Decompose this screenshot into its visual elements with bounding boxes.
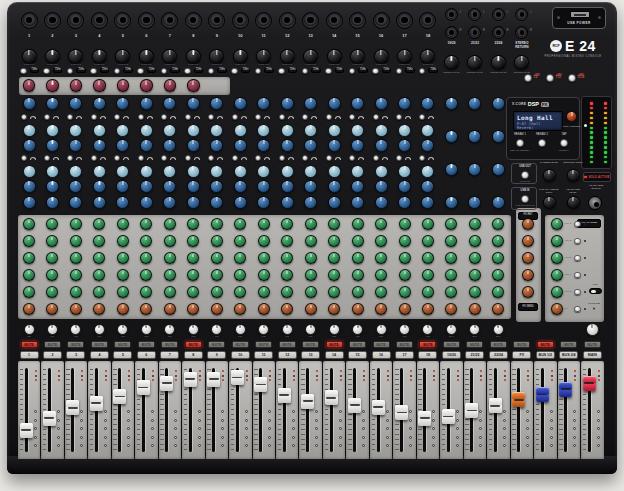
control-room-knob[interactable] (567, 169, 580, 182)
lowcut-button[interactable] (43, 68, 50, 75)
aux-send-knob[interactable] (352, 252, 364, 264)
eq-lomid-gain-knob[interactable] (163, 180, 176, 193)
eq-low-knob[interactable] (46, 196, 59, 209)
pan-knob[interactable] (329, 324, 340, 335)
eq-lomid-freq-knob[interactable] (257, 165, 270, 178)
eq-lomid-gain-knob[interactable] (351, 180, 364, 193)
aux-master-knob[interactable] (551, 235, 563, 247)
aux-send-knob[interactable] (328, 269, 340, 281)
eq-high-knob[interactable] (375, 97, 388, 110)
eq-himid-gain-knob[interactable] (328, 139, 341, 152)
gain-knob[interactable] (45, 49, 60, 64)
stereo-eq-knob[interactable] (445, 163, 458, 176)
aux-send-knob[interactable] (211, 235, 223, 247)
eq-himid-freq-knob[interactable] (23, 124, 36, 137)
eq-himid-freq-knob[interactable] (281, 124, 294, 137)
aux-master-knob[interactable] (551, 269, 563, 281)
fx-send-knob[interactable] (305, 303, 317, 315)
lowcut-button[interactable] (396, 68, 403, 75)
stereo-eq-knob[interactable] (445, 196, 458, 209)
phantom-48v-button[interactable] (568, 74, 576, 82)
pan-knob[interactable] (24, 324, 35, 335)
eq-himid-freq-knob[interactable] (187, 124, 200, 137)
eq-lomid-gain-knob[interactable] (116, 180, 129, 193)
eq-lomid-freq-knob[interactable] (93, 165, 106, 178)
gain-knob[interactable] (209, 49, 224, 64)
eq-high-knob[interactable] (116, 97, 129, 110)
fx-send-knob[interactable] (399, 303, 411, 315)
fader-handle[interactable] (66, 400, 79, 415)
pan-knob[interactable] (235, 324, 246, 335)
aux-master-knob[interactable] (551, 303, 563, 315)
fader-handle[interactable] (395, 405, 408, 420)
aux-send-knob[interactable] (164, 269, 176, 281)
eq-low-knob[interactable] (69, 196, 82, 209)
aux-send-knob[interactable] (70, 286, 82, 298)
eq-low-knob[interactable] (163, 196, 176, 209)
eq-himid-freq-knob[interactable] (210, 124, 223, 137)
eq-high-knob[interactable] (69, 97, 82, 110)
fader-handle[interactable] (20, 423, 33, 438)
aux-send-knob[interactable] (117, 235, 129, 247)
eq-bell-button[interactable] (279, 114, 285, 120)
mute-button[interactable]: MUTE (232, 341, 249, 348)
phantom-48v-button[interactable] (524, 74, 532, 82)
eq-lomid-gain-knob[interactable] (398, 180, 411, 193)
comp-knob[interactable] (164, 79, 177, 92)
fader-handle[interactable] (559, 382, 572, 397)
eq-bell-button[interactable] (373, 114, 379, 120)
mute-button[interactable]: MUTE (419, 341, 436, 348)
mute-button[interactable]: MUTE (443, 341, 460, 348)
aux-send-knob[interactable] (469, 286, 481, 298)
eq-himid-gain-knob[interactable] (116, 139, 129, 152)
gain-knob[interactable] (22, 49, 37, 64)
pan-knob[interactable] (399, 324, 410, 335)
pan-knob[interactable] (282, 324, 293, 335)
phones-level-knob[interactable] (543, 169, 556, 182)
fx-send-knob[interactable] (352, 303, 364, 315)
eq-bell-button[interactable] (232, 155, 238, 161)
fader-handle[interactable] (231, 370, 244, 385)
eq-bell-button[interactable] (396, 114, 402, 120)
eq-bell-button[interactable] (373, 155, 379, 161)
aux-send-knob[interactable] (70, 252, 82, 264)
eq-lomid-freq-knob[interactable] (46, 165, 59, 178)
mute-button[interactable]: MUTE (44, 341, 61, 348)
aux-send-knob[interactable] (258, 235, 270, 247)
gain-knob[interactable] (303, 49, 318, 64)
eq-himid-freq-knob[interactable] (421, 124, 434, 137)
aux-send-knob[interactable] (375, 235, 387, 247)
eq-himid-gain-knob[interactable] (375, 139, 388, 152)
lowcut-button[interactable] (90, 68, 97, 75)
aux-send-knob[interactable] (23, 252, 35, 264)
fader-handle[interactable] (418, 411, 431, 426)
aux-send-knob[interactable] (117, 252, 129, 264)
mute-button[interactable]: MUTE (396, 341, 413, 348)
eq-himid-gain-knob[interactable] (304, 139, 317, 152)
eq-low-knob[interactable] (257, 196, 270, 209)
aux-send-knob[interactable] (211, 218, 223, 230)
fx-send-knob[interactable] (258, 303, 270, 315)
eq-low-knob[interactable] (93, 196, 106, 209)
aux-send-knob[interactable] (117, 269, 129, 281)
eq-lomid-gain-knob[interactable] (257, 180, 270, 193)
pan-knob[interactable] (188, 324, 199, 335)
fader-handle[interactable] (348, 398, 361, 413)
eq-low-knob[interactable] (116, 196, 129, 209)
aux-send-knob[interactable] (70, 235, 82, 247)
aux-send-knob[interactable] (164, 286, 176, 298)
eq-low-knob[interactable] (421, 196, 434, 209)
eq-bell-button[interactable] (21, 155, 27, 161)
aux-send-knob[interactable] (164, 252, 176, 264)
mute-button[interactable]: MUTE (185, 341, 202, 348)
stereo-eq-knob[interactable] (445, 97, 458, 110)
eq-lomid-freq-knob[interactable] (23, 165, 36, 178)
eq-himid-freq-knob[interactable] (304, 124, 317, 137)
stereo-eq-knob[interactable] (492, 196, 505, 209)
aux-send-knob[interactable] (422, 252, 434, 264)
aux-send-knob[interactable] (258, 286, 270, 298)
eq-high-knob[interactable] (304, 97, 317, 110)
eq-lomid-freq-knob[interactable] (234, 165, 247, 178)
eq-himid-freq-knob[interactable] (351, 124, 364, 137)
stereo-eq-knob[interactable] (492, 130, 505, 143)
